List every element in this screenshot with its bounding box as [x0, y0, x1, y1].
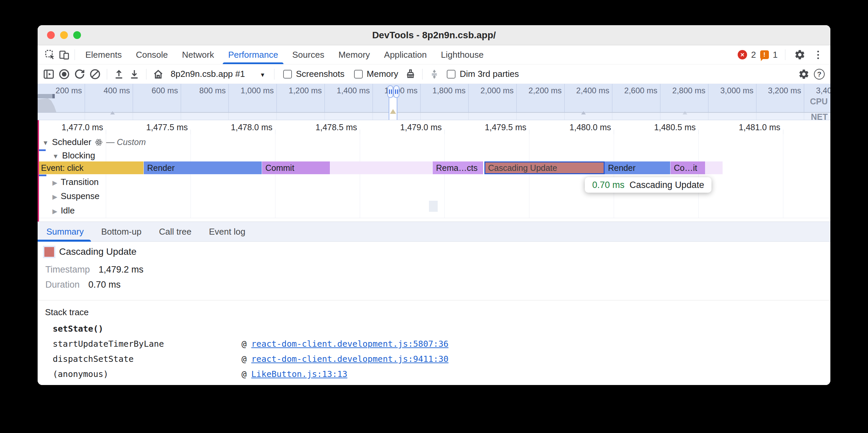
flame-bar-event-click[interactable]: Event: click	[38, 162, 144, 174]
dim-3rd-parties-option: Dim 3rd parties	[447, 69, 519, 79]
dock-panel-button[interactable]	[42, 67, 56, 81]
history-select[interactable]: 8p2n9n.csb.app #1	[166, 69, 270, 79]
summary-row-label: Timestamp	[45, 265, 90, 275]
gear-icon	[794, 49, 806, 60]
panel-tab-call-tree[interactable]: Call tree	[150, 222, 200, 241]
capture-settings-button[interactable]	[797, 67, 811, 81]
stack-frame-function: startUpdateTimerByLane	[53, 339, 242, 349]
reload-icon	[73, 68, 86, 80]
summary-panel: Cascading Update Timestamp1,479.2 msDura…	[38, 242, 830, 300]
track-group-suspense[interactable]: Suspense	[53, 191, 99, 201]
cpu-activity-shape	[38, 98, 56, 112]
flame-bar-co-it[interactable]: Co…it	[671, 162, 705, 174]
stack-trace-panel: Stack trace setState()startUpdateTimerBy…	[38, 300, 830, 385]
track-gridline	[783, 134, 783, 218]
divider	[785, 49, 785, 60]
divider	[274, 69, 274, 79]
screenshots-checkbox[interactable]	[283, 70, 292, 78]
close-button[interactable]	[47, 31, 55, 39]
settings-button[interactable]	[793, 48, 807, 62]
selection-left-handle[interactable]	[387, 85, 393, 98]
flame-bar-span[interactable]	[705, 162, 723, 174]
stack-frame-setstate: setState()	[53, 324, 817, 334]
stack-frame-function: setState()	[53, 324, 242, 334]
flame-bar-render[interactable]: Render	[604, 162, 671, 174]
live-metrics-button[interactable]	[151, 67, 165, 81]
more-options-button[interactable]	[811, 48, 825, 62]
selection-right-handle[interactable]	[393, 85, 399, 98]
tab-lighthouse[interactable]: Lighthouse	[434, 45, 491, 64]
timeline-ruler[interactable]: 1,477.0 ms1,477.5 ms1,478.0 ms1,478.5 ms…	[38, 120, 830, 134]
panel-tab-summary[interactable]: Summary	[38, 222, 92, 241]
cpu-activity-bump	[581, 109, 586, 114]
timeline-overview[interactable]: 200 ms400 ms600 ms800 ms1,000 ms1,200 ms…	[38, 84, 830, 120]
record-button[interactable]	[57, 67, 71, 81]
three-dot-menu-icon	[816, 49, 820, 60]
clear-button[interactable]	[88, 67, 102, 81]
devtools-tabbar: ElementsConsoleNetworkPerformanceSources…	[38, 45, 830, 64]
stack-frame-source-link[interactable]: react-dom-client.development.js:9411:30	[251, 354, 448, 364]
issues-badge-icon[interactable]: !	[760, 51, 769, 59]
collapse-sections-button[interactable]	[427, 67, 441, 81]
memory-checkbox[interactable]	[354, 70, 363, 78]
main-tabs: ElementsConsoleNetworkPerformanceSources…	[78, 45, 491, 64]
zoom-button[interactable]	[73, 31, 81, 39]
error-badge-icon[interactable]: ×	[738, 50, 747, 59]
tab-sources[interactable]: Sources	[285, 45, 331, 64]
chevron-collapsed-icon[interactable]	[53, 177, 57, 187]
flame-bar-render[interactable]: Render	[144, 162, 262, 174]
track-group-idle[interactable]: Idle	[53, 205, 75, 216]
flame-bar-span[interactable]	[330, 162, 433, 174]
error-count[interactable]: 2	[751, 50, 756, 60]
tab-memory[interactable]: Memory	[331, 45, 377, 64]
track-scheduler-header[interactable]: Scheduler — Custom	[42, 137, 146, 147]
stack-frame-function: (anonymous)	[53, 369, 242, 379]
chevron-collapsed-icon[interactable]	[53, 205, 57, 216]
minimize-button[interactable]	[60, 31, 68, 39]
memory-option: Memory	[354, 69, 398, 79]
track-group-label: Transition	[61, 177, 99, 187]
help-button[interactable]	[812, 67, 826, 81]
chevron-collapsed-icon[interactable]	[53, 191, 57, 201]
reload-record-button[interactable]	[72, 67, 87, 81]
tabbar-right: × 2 ! 1	[738, 48, 825, 62]
summary-row-duration: Duration0.70 ms	[45, 279, 121, 290]
summary-row-label: Duration	[45, 279, 80, 290]
track-group-transition[interactable]: Transition	[53, 177, 99, 187]
tab-application[interactable]: Application	[377, 45, 434, 64]
scroll-artifact	[429, 201, 438, 212]
custom-track-accent-line	[38, 120, 39, 222]
tab-performance[interactable]: Performance	[221, 45, 285, 64]
collapse-icon	[428, 68, 440, 80]
save-profile-button[interactable]	[127, 67, 142, 81]
tab-elements[interactable]: Elements	[78, 45, 129, 64]
ruler-gridline	[360, 130, 360, 134]
flame-bar-cascading-update[interactable]: Cascading Update	[485, 162, 604, 174]
issues-count[interactable]: 1	[773, 50, 778, 60]
ruler-gridline	[614, 130, 614, 134]
screenshots-label: Screenshots	[296, 69, 345, 79]
titlebar: DevTools - 8p2n9n.csb.app/	[38, 25, 830, 45]
chevron-expanded-icon[interactable]	[53, 151, 59, 161]
tab-console[interactable]: Console	[129, 45, 175, 64]
flame-bar-rema-cts[interactable]: Rema…cts	[433, 162, 484, 174]
stack-frame-source-link[interactable]: react-dom-client.development.js:5807:36	[251, 339, 448, 349]
flame-bar-commit[interactable]: Commit	[262, 162, 330, 174]
ruler-tick-label: 1,478.0 ms	[205, 123, 272, 132]
screenshots-option: Screenshots	[283, 69, 345, 79]
garbage-collect-button[interactable]	[403, 67, 417, 81]
device-toolbar-button[interactable]	[57, 48, 71, 62]
dim-3rd-parties-checkbox[interactable]	[447, 70, 456, 78]
track-gridline	[529, 134, 529, 218]
panel-tab-bottom-up[interactable]: Bottom-up	[92, 222, 150, 241]
track-group-blocking[interactable]: Blocking	[53, 151, 95, 161]
tab-network[interactable]: Network	[175, 45, 221, 64]
overview-tick-label: 3,400 ms	[782, 86, 830, 95]
stack-frame-source-link[interactable]: LikeButton.js:13:13	[251, 369, 347, 379]
load-profile-button[interactable]	[112, 67, 126, 81]
inspect-element-button[interactable]	[43, 48, 57, 62]
tooltip-title: Cascading Update	[629, 180, 704, 190]
panel-tab-event-log[interactable]: Event log	[200, 222, 254, 241]
flame-chart[interactable]: Scheduler — Custom Blocking Event: click…	[38, 134, 830, 222]
chevron-expanded-icon[interactable]	[42, 137, 49, 147]
